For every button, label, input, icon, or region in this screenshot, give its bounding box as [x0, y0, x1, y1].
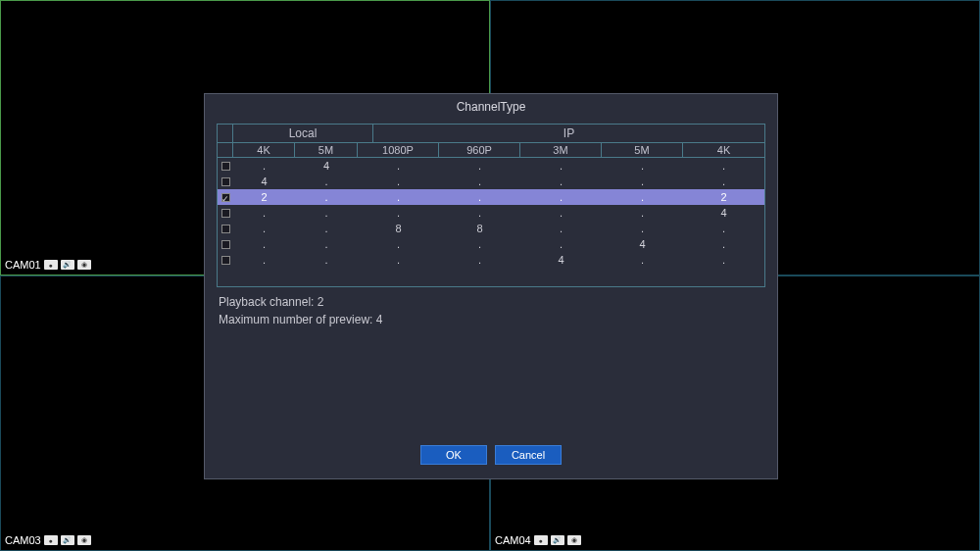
table-cell: 2 — [233, 189, 295, 205]
table-row[interactable]: 4...... — [218, 174, 764, 189]
table-cell: . — [295, 221, 358, 236]
col-5m-local: 5M — [295, 143, 358, 157]
col-5m-ip: 5M — [602, 143, 683, 157]
table-cell: . — [683, 221, 764, 236]
camera-label-4: CAM04 ● 🔊 ◉ — [495, 534, 581, 546]
camera-label-3: CAM03 ● 🔊 ◉ — [5, 534, 91, 546]
channel-type-dialog: ChannelType Local IP 4K 5M 1080P 960P 3M… — [204, 93, 778, 479]
dialog-title: ChannelType — [205, 94, 777, 124]
row-checkbox[interactable] — [218, 174, 233, 189]
table-cell: . — [439, 189, 520, 205]
table-cell: . — [602, 252, 683, 268]
table-cell: . — [683, 174, 764, 189]
table-row[interactable]: 2.....2 — [218, 189, 764, 205]
record-icon: ● — [44, 535, 58, 545]
row-checkbox[interactable] — [218, 189, 233, 205]
snapshot-icon: ◉ — [77, 260, 91, 270]
table-cell: 4 — [233, 174, 295, 189]
col-1080p: 1080P — [358, 143, 439, 157]
table-cell: . — [439, 252, 520, 268]
record-icon: ● — [44, 260, 58, 270]
table-cell: . — [358, 189, 439, 205]
table-cell: . — [602, 174, 683, 189]
col-3m: 3M — [520, 143, 602, 157]
table-cell: . — [233, 252, 295, 268]
table-row[interactable]: .4..... — [218, 158, 764, 174]
record-icon: ● — [534, 535, 548, 545]
table-cell: . — [358, 174, 439, 189]
speaker-icon: 🔊 — [61, 260, 74, 270]
table-cell: . — [683, 252, 764, 268]
speaker-icon: 🔊 — [61, 535, 74, 545]
table-cell: . — [295, 236, 358, 252]
speaker-icon: 🔊 — [551, 535, 564, 545]
checkbox-icon[interactable] — [221, 209, 230, 218]
row-checkbox[interactable] — [218, 252, 233, 268]
table-cell: . — [683, 158, 764, 174]
table-cell: 2 — [683, 189, 764, 205]
col-4k-ip: 4K — [683, 143, 764, 157]
table-cell: . — [520, 205, 602, 221]
row-checkbox[interactable] — [218, 158, 233, 174]
channel-table-body: .4.....4......2.....2......4..88........… — [217, 158, 765, 287]
table-cell: . — [295, 252, 358, 268]
col-4k-local: 4K — [233, 143, 295, 157]
table-cell: . — [233, 158, 295, 174]
max-preview-info: Maximum number of preview: 4 — [219, 311, 763, 328]
checkbox-icon[interactable] — [221, 256, 230, 265]
channel-table-header: Local IP 4K 5M 1080P 960P 3M 5M 4K — [217, 124, 765, 158]
table-cell: . — [295, 205, 358, 221]
table-cell: . — [520, 158, 602, 174]
table-cell: . — [358, 236, 439, 252]
dialog-buttons: OK Cancel — [205, 445, 777, 478]
table-cell: . — [520, 236, 602, 252]
row-checkbox[interactable] — [218, 236, 233, 252]
table-cell: . — [358, 158, 439, 174]
table-cell: . — [233, 205, 295, 221]
table-cell: . — [358, 252, 439, 268]
row-checkbox[interactable] — [218, 221, 233, 236]
table-cell: 8 — [439, 221, 520, 236]
camera-label-1: CAM01 ● 🔊 ◉ — [5, 259, 91, 271]
table-cell: . — [602, 221, 683, 236]
table-cell: 8 — [358, 221, 439, 236]
table-cell: . — [439, 205, 520, 221]
table-row[interactable]: ......4 — [218, 205, 764, 221]
table-cell: . — [358, 205, 439, 221]
table-cell: . — [439, 158, 520, 174]
table-row[interactable]: .....4. — [218, 236, 764, 252]
checkbox-icon[interactable] — [221, 225, 230, 233]
table-cell: . — [233, 236, 295, 252]
table-cell: . — [295, 189, 358, 205]
checkbox-icon[interactable] — [221, 162, 230, 171]
table-cell: . — [602, 189, 683, 205]
column-group-local: Local — [233, 125, 373, 142]
checkbox-icon[interactable] — [221, 193, 230, 202]
table-cell: 4 — [520, 252, 602, 268]
table-cell: . — [683, 236, 764, 252]
camera-name-3: CAM03 — [5, 534, 41, 546]
table-cell: . — [520, 189, 602, 205]
column-group-ip: IP — [373, 125, 764, 142]
table-cell: . — [233, 221, 295, 236]
row-checkbox[interactable] — [218, 205, 233, 221]
checkbox-icon[interactable] — [221, 240, 230, 249]
cancel-button[interactable]: Cancel — [495, 445, 562, 465]
table-row[interactable]: ....4.. — [218, 252, 764, 268]
playback-channel-info: Playback channel: 2 — [219, 293, 763, 311]
camera-name-1: CAM01 — [5, 259, 41, 271]
table-cell: 4 — [683, 205, 764, 221]
table-cell: . — [602, 158, 683, 174]
snapshot-icon: ◉ — [77, 535, 91, 545]
table-cell: . — [602, 205, 683, 221]
table-cell: . — [295, 174, 358, 189]
table-cell: 4 — [295, 158, 358, 174]
checkbox-icon[interactable] — [221, 177, 230, 186]
col-960p: 960P — [439, 143, 520, 157]
snapshot-icon: ◉ — [567, 535, 581, 545]
table-cell: . — [439, 236, 520, 252]
table-cell: . — [439, 174, 520, 189]
table-cell: . — [520, 221, 602, 236]
ok-button[interactable]: OK — [420, 445, 487, 465]
table-row[interactable]: ..88... — [218, 221, 764, 236]
